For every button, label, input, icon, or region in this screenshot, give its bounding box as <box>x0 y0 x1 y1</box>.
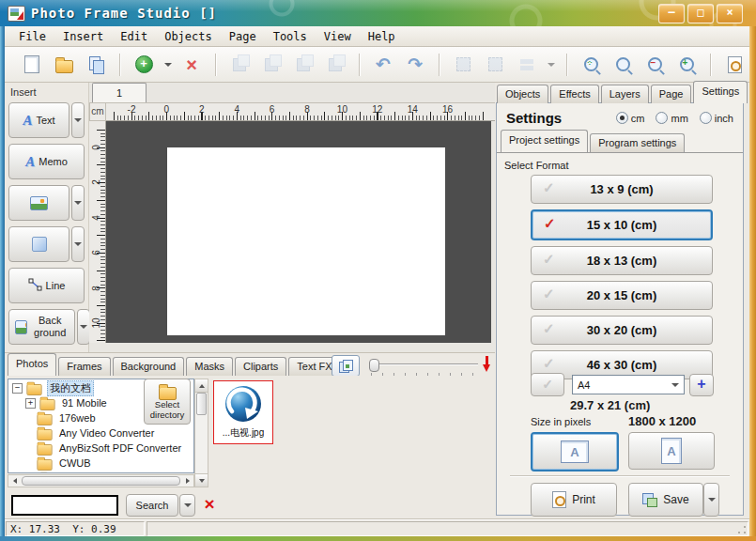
orientation-portrait-button[interactable]: A <box>628 432 715 470</box>
print-button[interactable]: Print <box>531 483 617 517</box>
insert-text-dropdown[interactable] <box>71 102 85 138</box>
format-option[interactable]: ✓15 x 10 (cm) <box>531 209 713 240</box>
save-dropdown-button[interactable] <box>703 483 719 517</box>
collapse-icon[interactable]: − <box>12 383 23 394</box>
tab-cliparts[interactable]: Cliparts <box>235 357 286 376</box>
search-button[interactable]: Search <box>126 494 178 517</box>
format-option[interactable]: ✓30 x 20 (cm) <box>531 316 713 345</box>
scroll-right-icon[interactable] <box>181 475 193 487</box>
tab-effects[interactable]: Effects <box>550 85 598 103</box>
scroll-up-icon[interactable] <box>195 379 208 393</box>
insert-text-button[interactable]: AText <box>8 102 69 138</box>
menu-page[interactable]: Page <box>221 28 265 45</box>
scrollbar-thumb[interactable] <box>196 393 207 415</box>
folder-icon <box>37 414 52 425</box>
tab-photos[interactable]: Photos <box>8 353 56 376</box>
tree-item[interactable]: AnyBizSoft PDF Converter <box>8 441 193 456</box>
insert-line-button[interactable]: Line <box>8 268 85 303</box>
tab-objects[interactable]: Objects <box>497 85 548 103</box>
tree-vertical-scrollbar[interactable] <box>194 379 208 487</box>
zoom-in-button[interactable] <box>672 52 701 78</box>
redo-button[interactable]: ↷ <box>401 52 429 78</box>
format-option[interactable]: ✓18 x 13 (cm) <box>531 246 713 275</box>
insert-image-button[interactable] <box>8 185 69 221</box>
maximize-button[interactable]: □ <box>687 4 714 23</box>
insert-shape-button[interactable] <box>8 226 69 262</box>
save-button[interactable] <box>82 52 110 78</box>
undo-button[interactable]: ↶ <box>369 52 397 78</box>
format-option[interactable]: ✓20 x 15 (cm) <box>531 281 713 310</box>
zoom-100-button[interactable] <box>609 52 637 78</box>
search-dropdown-button[interactable] <box>179 494 195 517</box>
tab-settings[interactable]: Settings <box>693 81 748 103</box>
expand-icon[interactable]: + <box>25 398 36 409</box>
apply-custom-format-button[interactable]: ✓ <box>531 373 564 396</box>
expand-icon[interactable]: + <box>25 473 36 474</box>
select-directory-label: Select directory <box>145 400 190 421</box>
tab-background[interactable]: Background <box>113 357 185 376</box>
menu-help[interactable]: Help <box>360 28 404 45</box>
caret-down-icon <box>74 118 82 122</box>
scrollbar-thumb[interactable] <box>22 476 180 486</box>
insert-memo-button[interactable]: AMemo <box>8 144 85 179</box>
insert-shape-dropdown[interactable] <box>71 226 85 262</box>
menu-edit[interactable]: Edit <box>112 28 156 45</box>
save-button[interactable]: Save <box>628 483 703 517</box>
menu-tools[interactable]: Tools <box>265 28 316 45</box>
tree-item[interactable]: +DVD X Studio <box>8 471 193 473</box>
subtab-program-settings[interactable]: Program settings <box>590 133 685 152</box>
canvas-workspace[interactable] <box>106 121 491 343</box>
tab-layers[interactable]: Layers <box>601 85 649 103</box>
slider-thumb[interactable] <box>369 359 379 372</box>
clear-search-icon[interactable]: × <box>199 495 220 516</box>
close-button[interactable]: × <box>717 4 743 23</box>
menu-view[interactable]: View <box>316 28 360 45</box>
format-option[interactable]: ✓13 x 9 (cm) <box>531 175 713 204</box>
add-custom-format-button[interactable]: + <box>689 374 714 396</box>
scroll-left-icon[interactable] <box>8 475 21 487</box>
zoom-out-button[interactable] <box>640 52 669 78</box>
delete-button[interactable]: × <box>177 52 206 78</box>
unit-radio-mm[interactable]: mm <box>656 112 687 124</box>
minimize-button[interactable]: — <box>658 4 685 23</box>
insert-background-button[interactable]: Back ground <box>8 309 75 345</box>
print-preview-button[interactable] <box>720 52 748 78</box>
unit-radio-cm[interactable]: cm <box>616 112 645 124</box>
document-page[interactable] <box>167 147 445 335</box>
new-page-button[interactable] <box>18 52 46 78</box>
photo-thumbnail[interactable]: ...电视.jpg <box>213 380 273 444</box>
scroll-down-icon[interactable] <box>195 473 208 487</box>
paper-size-combobox[interactable]: A4 <box>572 375 685 394</box>
add-dropdown[interactable] <box>162 52 174 78</box>
search-input[interactable] <box>11 495 118 516</box>
size-in-pixels-label: Size in pixels <box>531 416 591 427</box>
tree-horizontal-scrollbar[interactable] <box>8 474 194 487</box>
app-window: Photo Frame Studio [] — □ × FileInsertEd… <box>0 0 756 541</box>
tab-page[interactable]: Page <box>651 85 692 103</box>
subtab-project-settings[interactable]: Project settings <box>501 130 588 152</box>
tab-masks[interactable]: Masks <box>186 357 233 376</box>
menu-objects[interactable]: Objects <box>156 28 221 45</box>
multi-photos-button[interactable] <box>332 355 360 377</box>
page-tab-1[interactable]: 1 <box>92 83 147 103</box>
tree-item[interactable]: Any Video Converter <box>8 425 193 441</box>
tree-item[interactable]: CWUB <box>8 456 193 471</box>
collapse-panel-arrow-icon[interactable] <box>483 356 491 373</box>
menu-file[interactable]: File <box>10 28 54 45</box>
insert-background-label: Back ground <box>31 315 69 338</box>
select-directory-button[interactable]: Select directory <box>144 379 191 425</box>
caret-down-icon <box>164 63 172 67</box>
menu-insert[interactable]: Insert <box>54 28 112 45</box>
insert-image-dropdown[interactable] <box>71 185 85 221</box>
resize-grip[interactable] <box>736 524 748 535</box>
open-button[interactable] <box>50 52 78 78</box>
add-button[interactable]: + <box>130 52 158 78</box>
ruler-number: 8 <box>91 282 101 295</box>
zoom-fit-button[interactable] <box>577 52 605 78</box>
thumbnail-size-slider[interactable] <box>369 359 478 372</box>
select-all-button <box>449 52 477 78</box>
tab-frames[interactable]: Frames <box>58 357 110 376</box>
unit-radio-inch[interactable]: inch <box>700 112 733 124</box>
format-label: 15 x 10 (cm) <box>587 218 656 232</box>
orientation-landscape-button[interactable]: A <box>531 432 619 471</box>
